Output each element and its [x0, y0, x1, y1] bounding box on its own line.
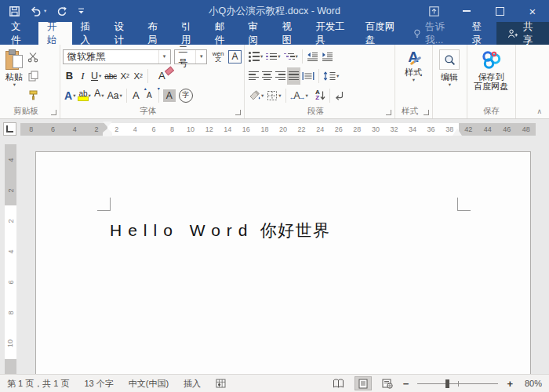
ribbon-display-options-button[interactable]	[417, 0, 450, 22]
font-size-dropdown-arrow[interactable]	[195, 50, 206, 64]
tab-mailings[interactable]: 邮件	[206, 22, 240, 45]
paste-button[interactable]: 粘贴	[2, 47, 26, 103]
numbering-button[interactable]	[264, 48, 282, 65]
phonetic-guide-button[interactable]: wén文	[211, 48, 225, 65]
ruler-number: 8	[6, 311, 14, 315]
shading-button[interactable]	[247, 87, 265, 104]
redo-button[interactable]	[56, 6, 67, 16]
minimize-icon	[463, 10, 471, 11]
styles-button[interactable]: A 样式	[398, 47, 429, 83]
character-border-button[interactable]: A	[228, 50, 242, 64]
underline-button[interactable]: U	[89, 67, 103, 85]
bold-button[interactable]: B	[63, 67, 76, 85]
font-name-dropdown-arrow[interactable]	[158, 50, 170, 64]
ruler-left-margin: 8 6 4 2	[20, 123, 107, 136]
undo-dropdown-arrow[interactable]	[44, 8, 46, 14]
subscript-button[interactable]: X2	[118, 67, 132, 85]
tab-design[interactable]: 设计	[105, 22, 139, 45]
styles-dialog-launcher[interactable]	[424, 110, 429, 115]
font-color-button[interactable]: A	[93, 87, 106, 104]
customize-quick-access-button[interactable]	[78, 8, 85, 15]
sort-button[interactable]: AZ	[314, 87, 327, 104]
grow-font-button[interactable]: A	[129, 87, 143, 104]
save-to-baidu-button[interactable]: 保存到百度网盘	[470, 47, 512, 91]
tab-baidu-netdisk[interactable]: 百度网盘	[357, 22, 407, 45]
minimize-button[interactable]	[450, 0, 483, 22]
ruler-number: 2	[6, 188, 14, 192]
copy-button[interactable]	[26, 67, 40, 85]
format-painter-button[interactable]	[26, 86, 40, 103]
zoom-out-button[interactable]: −	[403, 378, 409, 390]
page-number-status[interactable]: 第 1 页，共 1 页	[7, 378, 69, 390]
tab-selector-button[interactable]	[3, 122, 16, 136]
print-layout-button[interactable]	[354, 376, 372, 390]
font-size-select[interactable]: 二号	[174, 49, 208, 64]
document-page[interactable]: Hello Word你好世界	[35, 151, 531, 375]
insert-mode-status[interactable]: 插入	[184, 378, 201, 390]
vertical-ruler[interactable]: 4 2 2 4 6 8 10	[5, 144, 16, 375]
tab-insert[interactable]: 插入	[72, 22, 106, 45]
tab-home[interactable]: 开始	[38, 22, 72, 45]
left-indent-marker[interactable]	[103, 132, 112, 136]
bullets-button[interactable]	[247, 48, 264, 65]
tab-developer[interactable]: 开发工具	[307, 22, 357, 45]
sign-in-button[interactable]: 登录	[463, 22, 496, 45]
close-button[interactable]	[516, 0, 549, 22]
align-left-button[interactable]	[247, 67, 260, 85]
tab-view[interactable]: 视图	[273, 22, 307, 45]
change-case-button[interactable]: Aa	[106, 87, 124, 104]
clear-formatting-button[interactable]: A	[155, 67, 169, 85]
macro-recording-button[interactable]	[216, 379, 226, 388]
font-dialog-launcher[interactable]	[235, 110, 241, 115]
tell-me-button[interactable]: 告诉我...	[406, 22, 463, 45]
zoom-in-button[interactable]: +	[507, 378, 513, 390]
shrink-font-button[interactable]: A	[143, 87, 156, 104]
enclose-characters-button[interactable]: 字	[177, 87, 195, 104]
zoom-level[interactable]: 80%	[520, 379, 542, 388]
zoom-slider[interactable]	[417, 378, 498, 389]
word-count-status[interactable]: 13 个字	[84, 378, 113, 390]
asian-layout-button[interactable]: ←A→	[293, 87, 310, 104]
multilevel-list-button[interactable]	[282, 48, 300, 65]
justify-button[interactable]	[287, 67, 300, 85]
paint-bucket-icon	[249, 90, 260, 100]
editing-button[interactable]: 编辑	[435, 47, 464, 88]
character-shading-button[interactable]: A	[162, 87, 177, 104]
save-button[interactable]	[9, 6, 20, 16]
read-mode-button[interactable]	[330, 376, 347, 390]
cut-button[interactable]	[26, 49, 40, 66]
ruler-number: 10	[6, 339, 14, 347]
show-hide-marks-button[interactable]	[333, 87, 346, 104]
ruler-number: 4	[64, 123, 86, 136]
italic-button[interactable]: I	[76, 67, 89, 85]
tab-references[interactable]: 引用	[173, 22, 206, 45]
ruler-number: 44	[478, 123, 498, 136]
text-highlight-color-button[interactable]: ab	[77, 87, 92, 104]
borders-button[interactable]	[265, 87, 282, 104]
distributed-button[interactable]	[300, 67, 316, 85]
text-effects-button[interactable]: A	[63, 87, 77, 104]
line-spacing-button[interactable]	[322, 67, 340, 85]
tab-review[interactable]: 审阅	[240, 22, 274, 45]
language-status[interactable]: 中文(中国)	[129, 378, 169, 390]
undo-button[interactable]	[30, 6, 46, 16]
clipboard-dialog-launcher[interactable]	[51, 110, 56, 115]
tab-layout[interactable]: 布局	[139, 22, 173, 45]
zoom-slider-handle[interactable]	[445, 379, 449, 388]
strikethrough-button[interactable]: abc	[103, 67, 118, 85]
share-button[interactable]: 共享	[496, 22, 549, 45]
increase-indent-button[interactable]	[320, 48, 335, 65]
align-right-button[interactable]	[274, 67, 287, 85]
web-layout-button[interactable]	[379, 376, 396, 390]
maximize-button[interactable]	[483, 0, 516, 22]
font-name-select[interactable]: 微软雅黑	[63, 49, 171, 64]
decrease-indent-button[interactable]	[305, 48, 320, 65]
maximize-icon	[496, 7, 504, 16]
superscript-button[interactable]: X2	[132, 67, 145, 85]
align-center-button[interactable]	[260, 67, 274, 85]
tab-file[interactable]: 文件	[0, 22, 38, 45]
underline-dropdown-arrow[interactable]	[99, 73, 101, 79]
collapse-ribbon-button[interactable]	[536, 107, 542, 115]
ruler-number: 36	[422, 123, 441, 136]
paragraph-dialog-launcher[interactable]	[386, 110, 391, 115]
